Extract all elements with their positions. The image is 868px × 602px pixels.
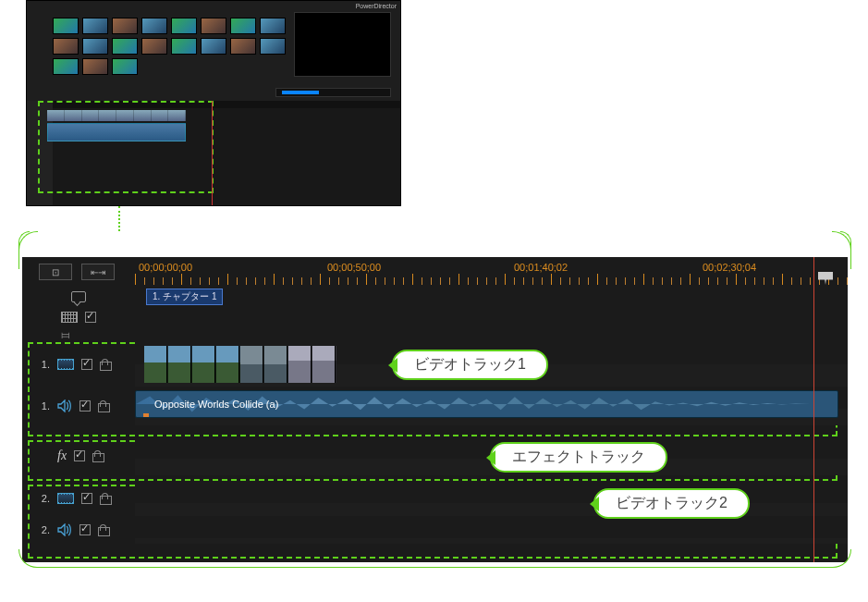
video-track-icon[interactable] [57, 493, 74, 504]
audio-clip[interactable]: Opposite Worlds Collide (a) [135, 390, 838, 418]
track-number: 2. [39, 493, 50, 504]
lock-icon[interactable] [98, 524, 108, 536]
lock-icon[interactable] [100, 359, 110, 371]
callout-leader [118, 206, 120, 231]
chapter-track-icon[interactable] [71, 291, 86, 302]
mini-screenshot: PowerDirector [26, 0, 401, 206]
audio-track-icon[interactable] [57, 523, 72, 536]
timeline-tool-1[interactable]: ⊡ [39, 264, 72, 280]
clip-marker-icon [143, 413, 149, 418]
callout-effect-track: エフェクトトラック [490, 442, 667, 473]
track-audible-checkbox[interactable] [79, 524, 91, 535]
callout-video-track-2: ビデオトラック2 [593, 488, 750, 519]
timecode: 00;02;30;04 [703, 262, 756, 273]
lock-icon[interactable] [98, 400, 108, 412]
track-audio-2: 2. [22, 516, 848, 544]
video-clip[interactable] [144, 346, 336, 383]
track-number: 1. [39, 359, 50, 370]
track-number: 1. [39, 400, 50, 412]
timeline-panel: ⊡ ⇤⇥ 00;00;00;00 00;00;50;00 00;01;40;02… [22, 257, 848, 562]
fx-track-icon[interactable]: fx [57, 448, 67, 463]
callout-video-track-1: ビデオトラック1 [392, 350, 548, 380]
preview-panel [294, 12, 391, 77]
time-ruler[interactable]: 00;00;00;00 00;00;50;00 00;01;40;02 00;0… [135, 257, 848, 287]
audio-track-icon[interactable] [57, 399, 72, 412]
highlight-box [38, 101, 214, 193]
track-number: 2. [39, 524, 50, 535]
timeline-tool-snap[interactable]: ⇤⇥ [81, 264, 115, 280]
lock-icon[interactable] [92, 450, 103, 462]
timecode: 00;00;00;00 [139, 262, 192, 273]
playhead[interactable] [813, 257, 814, 562]
media-library-thumbs [53, 18, 286, 75]
timecode: 00;00;50;00 [327, 262, 381, 273]
app-title: PowerDirector [356, 3, 397, 9]
track-effect: fx [22, 436, 848, 475]
audio-clip-name: Opposite Worlds Collide (a) [154, 399, 278, 410]
video-track-icon[interactable] [57, 359, 74, 370]
lock-icon[interactable] [100, 493, 110, 505]
track-audible-checkbox[interactable] [79, 400, 91, 412]
subtitle-track-icon[interactable] [61, 312, 78, 323]
track-visible-checkbox[interactable] [74, 450, 85, 461]
chapter-marker[interactable]: 1. チャプター 1 [146, 289, 223, 305]
track-visible-checkbox[interactable] [81, 493, 92, 504]
track-audio-1: 1. Opposite Worlds Collide (a) [22, 387, 848, 425]
subtitle-visible-checkbox[interactable] [85, 312, 96, 323]
timecode: 00;01;40;02 [514, 262, 568, 273]
razor-icon[interactable]: ⧦ [61, 328, 70, 341]
track-visible-checkbox[interactable] [81, 359, 92, 370]
preview-controls [275, 88, 391, 97]
